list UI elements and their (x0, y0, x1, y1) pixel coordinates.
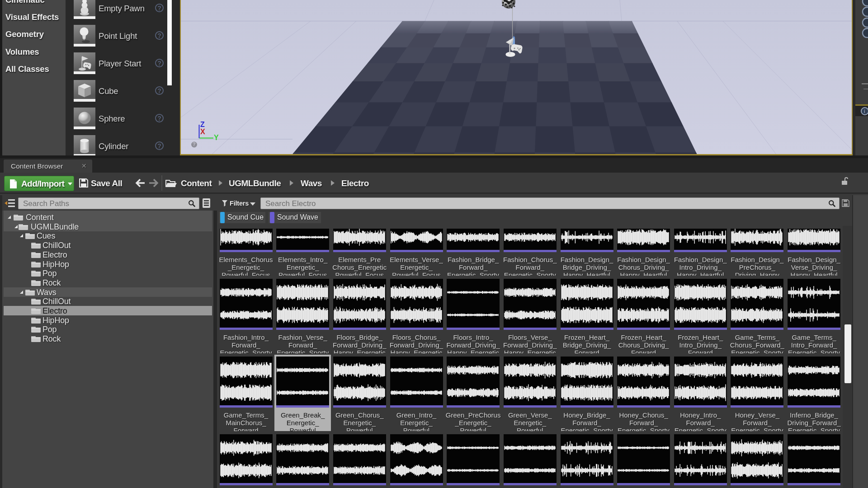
svg-text:i: i (864, 109, 865, 114)
